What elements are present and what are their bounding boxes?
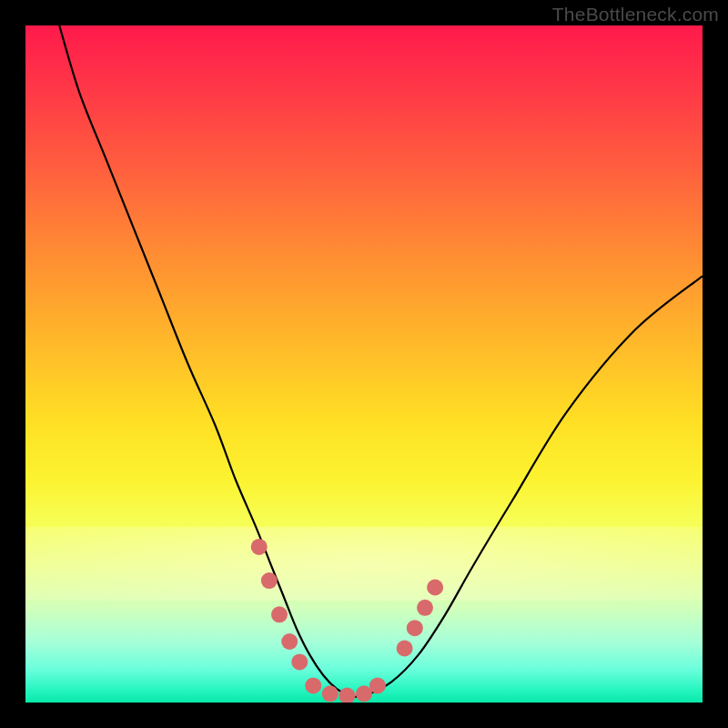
highlight-dot (281, 633, 298, 650)
highlight-dot (251, 539, 268, 555)
highlight-dot (417, 600, 433, 616)
highlight-dot (291, 653, 308, 670)
plot-area (25, 25, 703, 703)
outer-frame: TheBottleneck.com (0, 0, 728, 728)
highlight-dot (339, 688, 355, 703)
bottleneck-curve (59, 25, 703, 697)
highlight-dot (305, 677, 321, 693)
highlight-dot (407, 620, 423, 636)
chart-svg (25, 25, 703, 703)
highlight-dot (322, 685, 339, 702)
highlight-dot (397, 641, 413, 657)
highlight-dot (271, 606, 288, 622)
highlight-dot (261, 572, 278, 589)
watermark-text: TheBottleneck.com (552, 4, 719, 25)
highlight-dot (427, 580, 443, 596)
highlight-dot (369, 677, 386, 693)
highlight-dots (251, 539, 443, 703)
